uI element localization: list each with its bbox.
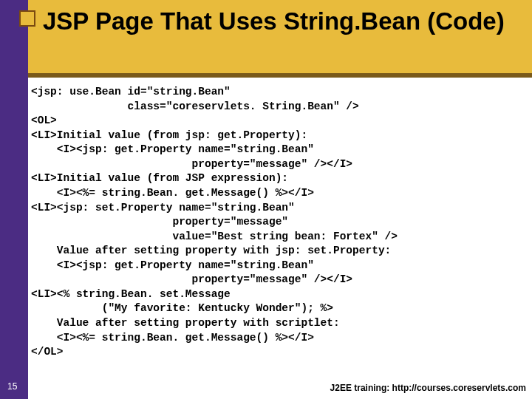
code-line: property="message" [31,216,288,228]
code-line: Value after setting property with jsp: s… [31,245,391,256]
code-line: <LI><jsp: set.Property name="string.Bean… [31,202,295,214]
code-line: <I><jsp: get.Property name="string.Bean" [31,143,314,155]
slide-title: JSP Page That Uses String.Bean (Code) [43,7,523,35]
code-line: property="message" /></I> [31,273,352,285]
code-line: property="message" /></I> [31,158,352,170]
accent-square [19,10,35,27]
code-line: <OL> [31,115,57,126]
code-line: value="Best string bean: Fortex" /> [31,231,398,242]
code-line: <LI>Initial value (from jsp: get.Propert… [31,129,307,141]
code-line: <I><jsp: get.Property name="string.Bean" [31,259,314,271]
code-line: <I><%= string.Bean. get.Message() %></I> [31,187,314,199]
code-line: Value after setting property with script… [31,317,340,329]
code-line: class="coreservlets. String.Bean" /> [31,100,359,112]
code-line: ("My favorite: Kentucky Wonder"); %> [31,302,333,314]
code-line: <LI><% string.Bean. set.Message [31,288,231,300]
code-line: <I><%= string.Bean. get.Message() %></I> [31,332,314,344]
footer-text: J2EE training: http://courses.coreservle… [330,383,526,393]
left-sidebar-stripe [0,0,28,399]
code-line: <jsp: use.Bean id="string.Bean" [31,86,231,98]
page-number: 15 [7,381,17,392]
code-line: </OL> [31,346,64,358]
code-listing: <jsp: use.Bean id="string.Bean" class="c… [31,85,528,360]
code-line: <LI>Initial value (from JSP expression): [31,172,288,184]
